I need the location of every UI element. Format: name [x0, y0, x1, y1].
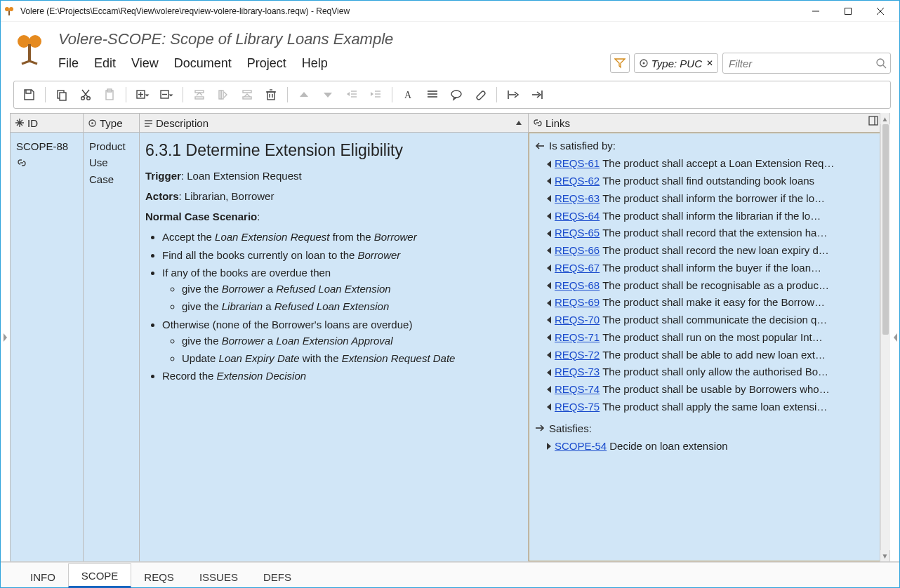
link-item[interactable]: REQS-64 The product shall inform the lib… [546, 208, 874, 225]
link-id[interactable]: REQS-74 [555, 381, 600, 399]
layout-toggle-icon[interactable] [868, 116, 878, 126]
link-id[interactable]: REQS-62 [555, 173, 600, 190]
outdent-button[interactable] [341, 84, 362, 105]
arrow-left-icon [535, 141, 545, 151]
caret-left-icon [546, 369, 552, 376]
add-button[interactable] [132, 84, 153, 105]
link-id[interactable]: REQS-68 [555, 277, 600, 295]
links-satisfies-list: SCOPE-54 Decide on loan extension [535, 438, 874, 455]
link-id[interactable]: REQS-70 [555, 312, 600, 329]
toolbar: A [13, 81, 891, 109]
promote-button[interactable] [189, 84, 210, 105]
menu-document[interactable]: Document [174, 56, 232, 71]
link-in-button[interactable] [527, 84, 548, 105]
save-button[interactable] [18, 84, 39, 105]
menu-edit[interactable]: Edit [94, 56, 116, 71]
link-text: The product shall apply the same loan ex… [602, 399, 827, 416]
link-id[interactable]: REQS-72 [555, 347, 600, 364]
filter-input[interactable] [722, 53, 891, 74]
link-item[interactable]: REQS-65 The product shall record that th… [546, 225, 874, 242]
filter-chip-remove-icon[interactable]: ✕ [706, 58, 713, 68]
link-item[interactable]: REQS-61 The product shall accept a Loan … [546, 155, 874, 173]
remove-button[interactable] [156, 84, 177, 105]
link-text: The product shall be usable by Borrowers… [602, 381, 830, 399]
paragraph-button[interactable] [422, 84, 443, 105]
link-item[interactable]: REQS-70 The product shall communicate th… [546, 312, 874, 329]
filter-chip-label: Type: PUC [651, 58, 702, 69]
link-id[interactable]: REQS-67 [555, 260, 600, 277]
column-header-type[interactable]: Type [84, 114, 140, 132]
move-up-button[interactable] [293, 84, 315, 105]
column-header-links[interactable]: Links [529, 114, 880, 132]
minimize-button[interactable] [800, 1, 832, 22]
filter-funnel-button[interactable] [610, 53, 630, 73]
right-scrollbar[interactable]: ▲ ▼ [880, 113, 889, 561]
link-id[interactable]: REQS-71 [555, 329, 600, 347]
link-item[interactable]: REQS-68 The product shall be recognisabl… [546, 277, 874, 295]
link-item[interactable]: REQS-69 The product shall make it easy f… [546, 294, 874, 312]
gear-icon [88, 119, 97, 128]
font-button[interactable]: A [398, 84, 419, 105]
link-item[interactable]: REQS-67 The product shall inform the buy… [546, 260, 874, 277]
link-id[interactable]: REQS-65 [555, 225, 600, 242]
svg-rect-58 [869, 116, 878, 125]
link-id[interactable]: REQS-64 [555, 208, 600, 225]
link-item[interactable]: SCOPE-54 Decide on loan extension [546, 438, 874, 455]
menu-file[interactable]: File [58, 56, 79, 71]
menu-view[interactable]: View [131, 56, 159, 71]
left-panel-toggle[interactable] [1, 113, 11, 561]
link-item[interactable]: REQS-66 The product shall record the new… [546, 242, 874, 260]
comment-button[interactable] [446, 84, 467, 105]
link-item[interactable]: REQS-75 The product shall apply the same… [546, 399, 874, 416]
filter-chip[interactable]: Type: PUC ✕ [634, 53, 718, 73]
move-down-button[interactable] [317, 84, 338, 105]
link-item[interactable]: REQS-72 The product shall be able to add… [546, 347, 874, 364]
link-out-button[interactable] [503, 84, 524, 105]
svg-point-12 [877, 59, 884, 66]
cell-links[interactable]: Is satisfied by: REQS-61 The product sha… [529, 133, 880, 561]
tab-info[interactable]: INFO [18, 565, 68, 587]
tab-defs[interactable]: DEFS [251, 565, 304, 587]
cell-description[interactable]: 6.3.1 Determine Extension Eligibility Tr… [140, 133, 529, 561]
delete-button[interactable] [260, 84, 282, 105]
menu-help[interactable]: Help [302, 56, 328, 71]
column-header-description[interactable]: Description [140, 114, 529, 132]
caret-left-icon [546, 300, 552, 307]
titlebar: Volere (E:\Projects\Eccam\ReqView\volere… [1, 1, 899, 22]
tab-issues[interactable]: ISSUES [187, 565, 251, 587]
menu-project[interactable]: Project [247, 56, 286, 71]
link-id[interactable]: REQS-69 [555, 294, 600, 312]
copy-button[interactable] [51, 84, 72, 105]
cut-button[interactable] [75, 84, 96, 105]
app-window: Volere (E:\Projects\Eccam\ReqView\volere… [0, 0, 900, 588]
search-icon[interactable] [875, 58, 887, 69]
link-id[interactable]: REQS-61 [555, 155, 600, 173]
link-id[interactable]: REQS-63 [555, 190, 600, 208]
link-item[interactable]: REQS-62 The product shall find outstandi… [546, 173, 874, 190]
right-panel-toggle[interactable] [889, 113, 899, 561]
close-button[interactable] [864, 1, 896, 22]
cell-type[interactable]: Product Use Case [84, 133, 140, 561]
link-item[interactable]: REQS-73 The product shall only allow the… [546, 363, 874, 381]
tab-reqs[interactable]: REQS [131, 565, 187, 587]
caret-left-icon [546, 316, 552, 323]
paste-button[interactable] [99, 84, 120, 105]
link-id[interactable]: REQS-66 [555, 242, 600, 260]
maximize-button[interactable] [832, 1, 864, 22]
tab-scope[interactable]: SCOPE [68, 563, 132, 588]
link-id[interactable]: REQS-73 [555, 363, 600, 381]
indent-button[interactable] [365, 84, 386, 105]
link-id[interactable]: SCOPE-54 [555, 438, 607, 455]
demote-button[interactable] [213, 84, 234, 105]
link-item[interactable]: REQS-74 The product shall be usable by B… [546, 381, 874, 399]
link-id[interactable]: REQS-75 [555, 399, 600, 416]
cell-id[interactable]: SCOPE-88 [11, 133, 84, 561]
link-item[interactable]: REQS-71 The product shall run on the mos… [546, 329, 874, 347]
column-header-id[interactable]: ID [11, 114, 84, 132]
grid-body: SCOPE-88 Product Use Case 6.3.1 Determin… [11, 133, 880, 561]
content-area: ID Type Description Links [1, 113, 899, 587]
svg-line-13 [883, 65, 886, 68]
attachment-button[interactable] [470, 84, 491, 105]
link-item[interactable]: REQS-63 The product shall inform the bor… [546, 190, 874, 208]
move-out-button[interactable] [237, 84, 258, 105]
